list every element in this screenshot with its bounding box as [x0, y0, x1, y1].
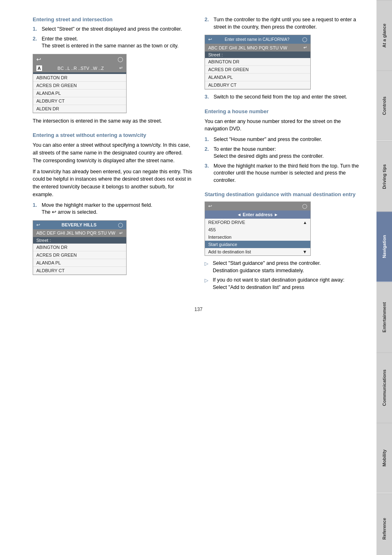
- list-item-alanda: ALANDA PL: [33, 90, 126, 97]
- list-item-aldbury: ALDBURY CT: [33, 97, 126, 105]
- no-town-para2: If a town/city has already been entered,…: [33, 168, 192, 199]
- address-rexford: REXFORD DRIVE▲: [205, 219, 310, 226]
- house-number-intro: You can enter any house number stored fo…: [205, 118, 364, 133]
- keyboard-row-2: ABC DEF GHI JKL MNO PQR STU VW ↵: [33, 229, 126, 237]
- address-intersection: Intersection: [205, 233, 310, 241]
- header-icon-2: ◯: [118, 222, 123, 228]
- list-item-alden: ALDEN DR: [33, 105, 126, 113]
- tab-navigation[interactable]: Navigation: [376, 211, 392, 282]
- no-town-step-num-1: 1.: [33, 202, 39, 216]
- keyboard-row-3: ABC DEF GHI JKL MNO PQR STU VW ↵: [205, 44, 310, 51]
- arrow-sym-2: ▷: [205, 277, 210, 291]
- bullet-text-1: Select "Start guidance" and press the co…: [213, 260, 321, 274]
- house-step-text-1: Select "House number" and press the cont…: [214, 136, 364, 143]
- ui-screenshot-1: ↩ ◯ A BC ..L ..R ..STV ..W ..Z ↵ ABINGTO…: [33, 54, 192, 113]
- keyboard-enter-2: ↵: [119, 231, 123, 236]
- back-arrow-icon-3: ↩: [208, 37, 212, 42]
- section-heading-entering-street: Entering street and intersection: [33, 16, 192, 22]
- house-step-3: 3. Move the highlight marker to the thir…: [205, 163, 364, 184]
- right-step-text-2: Turn the controller to the right until y…: [214, 16, 364, 31]
- back-arrow-icon-4: ↩: [208, 204, 212, 209]
- list-item-2-alanda: ALANDA PL: [33, 259, 126, 267]
- house-number-steps: 1. Select "House number" and press the c…: [205, 136, 364, 184]
- list-item-2-aldbury: ALDBURY CT: [33, 267, 126, 275]
- scroll-down-icon: ▼: [303, 249, 307, 254]
- add-to-list-item: Add to destination list▼: [205, 248, 310, 255]
- tab-at-a-glance[interactable]: At a glance: [376, 0, 392, 70]
- house-step-text-3: Move the highlight marker to the third f…: [214, 163, 364, 184]
- right-steps: 2. Turn the controller to the right unti…: [205, 16, 364, 31]
- tab-entertainment[interactable]: Entertainment: [376, 282, 392, 352]
- list-item-abington: ABINGTON DR: [33, 74, 126, 82]
- back-arrow-icon: ↩: [36, 56, 41, 63]
- list-item-2-acres: ACRES DR GREEN: [33, 251, 126, 259]
- house-step-num-3: 3.: [205, 163, 211, 184]
- list-item-3-aldbury: ALDBURY CT: [205, 81, 310, 89]
- keyboard-enter: ↵: [119, 65, 123, 71]
- tab-mobility[interactable]: Mobility: [376, 423, 392, 493]
- ui-screenshot-2: ↩ BEVERLY HILLS ◯ ABC DEF GHI JKL MNO PQ…: [33, 220, 192, 275]
- right-step-num-3: 3.: [205, 94, 211, 101]
- house-step-2: 2. To enter the house number:Select the …: [205, 146, 364, 160]
- street-label-3: Street :: [205, 51, 310, 58]
- address-455: 455: [205, 226, 310, 233]
- step-1: 1. Select "Street" or the street display…: [33, 26, 192, 33]
- no-town-para1: You can also enter a street without spec…: [33, 141, 192, 164]
- header-icon-4: ◯: [302, 204, 307, 209]
- enter-address-bar: ◄ Enter address ►: [205, 210, 310, 219]
- no-town-step-1: 1. Move the highlight marker to the uppe…: [33, 202, 192, 216]
- section-heading-no-town: Entering a street without entering a tow…: [33, 132, 192, 138]
- intersection-note: The intersection is entered in the same …: [33, 117, 192, 125]
- house-step-1: 1. Select "House number" and press the c…: [205, 136, 364, 143]
- section-heading-start-guidance: Starting destination guidance with manua…: [205, 191, 364, 197]
- house-step-num-2: 2.: [205, 146, 211, 160]
- arrow-sym-1: ▷: [205, 260, 210, 274]
- right-step-num-2: 2.: [205, 16, 211, 31]
- no-town-steps: 1. Move the highlight marker to the uppe…: [33, 202, 192, 216]
- side-tabs: At a glance Controls Driving tips Naviga…: [376, 0, 392, 555]
- keyboard-row: A BC ..L ..R ..STV ..W ..Z ↵: [33, 64, 126, 72]
- settings-icon: ◯: [118, 56, 123, 62]
- keyboard-chars-2: ABC DEF GHI JKL MNO PQR STU VW: [36, 231, 115, 235]
- right-step-2: 2. Turn the controller to the right unti…: [205, 16, 364, 31]
- tab-controls[interactable]: Controls: [376, 70, 392, 141]
- header-title-2: BEVERLY HILLS: [62, 222, 97, 227]
- list-item-3-alanda: ALANDA PL: [205, 74, 310, 81]
- step-num-2: 2.: [33, 36, 39, 50]
- street-label-2: Street :: [33, 237, 126, 244]
- list-item-acres: ACRES DR GREEN: [33, 82, 126, 90]
- header-title-3: Enter street name in CALIFORNIA?: [225, 37, 289, 42]
- bullet-start-guidance: ▷ Select "Start guidance" and press the …: [205, 260, 364, 274]
- section-heading-house-number: Entering a house number: [205, 108, 364, 114]
- house-step-text-2: To enter the house number:Select the des…: [214, 146, 364, 160]
- right-step3-list: 3. Switch to the second field from the t…: [205, 94, 364, 101]
- step-num-1: 1.: [33, 26, 39, 33]
- tab-reference[interactable]: Reference: [376, 493, 392, 555]
- ui-screenshot-4: ↩ ◯ ◄ Enter address ► REXFORD DRIVE▲ 455: [205, 201, 364, 256]
- bullet-add-to-list: ▷ If you do not want to start destinatio…: [205, 277, 364, 291]
- house-step-num-1: 1.: [205, 136, 211, 143]
- header-icon-3: ◯: [302, 37, 307, 42]
- list-item-3-abington: ABINGTON DR: [205, 58, 310, 66]
- keyboard-selected: A: [36, 65, 42, 71]
- step-text-2: Enter the street.The street is entered i…: [42, 36, 192, 50]
- keyboard-chars: BC ..L ..R ..STV ..W ..Z: [58, 66, 104, 71]
- start-guidance-item: Start guidance: [205, 241, 310, 248]
- step-2: 2. Enter the street.The street is entere…: [33, 36, 192, 50]
- right-step-text-3: Switch to the second field from the top …: [214, 94, 364, 101]
- list-item-3-acres: ACRES DR GREEN: [205, 66, 310, 74]
- right-step-3: 3. Switch to the second field from the t…: [205, 94, 364, 101]
- tab-driving-tips[interactable]: Driving tips: [376, 141, 392, 211]
- tab-communications[interactable]: Communications: [376, 352, 392, 423]
- no-town-step-text-1: Move the highlight marker to the uppermo…: [42, 202, 192, 216]
- step-text-1: Select "Street" or the street displayed …: [42, 26, 192, 33]
- keyboard-chars-3: ABC DEF GHI JKL MNO PQR STU VW: [208, 45, 287, 50]
- bullet-text-2: If you do not want to start destination …: [213, 277, 344, 291]
- keyboard-enter-3: ↵: [303, 45, 307, 50]
- back-arrow-icon-2: ↩: [36, 222, 40, 228]
- page-number: 137: [33, 307, 364, 312]
- ui-screenshot-3: ↩ Enter street name in CALIFORNIA? ◯ ABC…: [205, 35, 364, 90]
- entering-street-steps: 1. Select "Street" or the street display…: [33, 26, 192, 50]
- scroll-up-icon: ▲: [303, 220, 307, 225]
- list-item-2-abington: ABINGTON DR: [33, 244, 126, 251]
